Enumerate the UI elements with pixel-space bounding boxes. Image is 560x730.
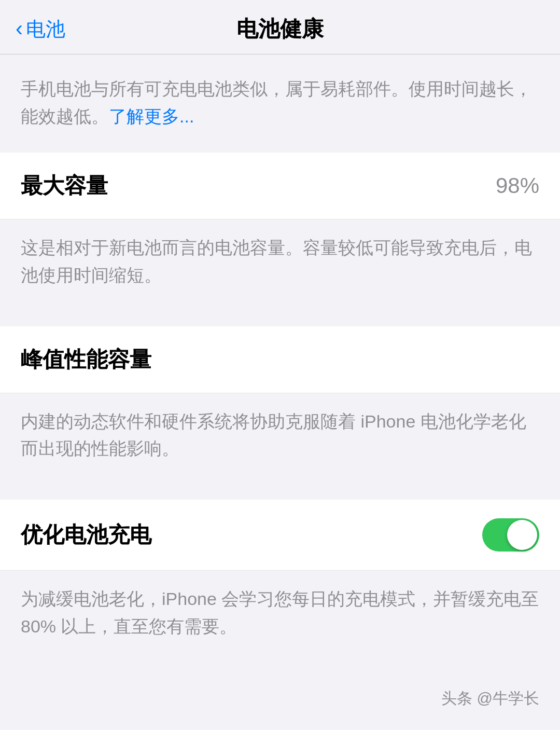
peak-performance-label: 峰值性能容量 bbox=[21, 347, 151, 371]
section-gap-3 bbox=[0, 659, 560, 678]
optimized-charging-description: 为减缓电池老化，iPhone 会学习您每日的充电模式，并暂缓充电至 80% 以上… bbox=[0, 571, 560, 658]
optimized-charging-label: 优化电池充电 bbox=[21, 520, 151, 549]
back-label: 电池 bbox=[26, 16, 65, 43]
optimized-charging-section: 优化电池充电 bbox=[0, 500, 560, 571]
section-gap-2 bbox=[0, 481, 560, 500]
page-title: 电池健康 bbox=[236, 15, 324, 44]
optimized-charging-row: 优化电池充电 bbox=[0, 500, 560, 571]
section-gap-1 bbox=[0, 308, 560, 326]
optimized-charging-desc-text: 为减缓电池老化，iPhone 会学习您每日的充电模式，并暂缓充电至 80% 以上… bbox=[21, 585, 539, 640]
peak-performance-row: 峰值性能容量 bbox=[0, 326, 560, 393]
max-capacity-label: 最大容量 bbox=[21, 171, 108, 200]
intro-text: 手机电池与所有可充电电池类似，属于易耗部件。使用时间越长，能效越低。了解更多..… bbox=[21, 75, 539, 130]
intro-section: 手机电池与所有可充电电池类似，属于易耗部件。使用时间越长，能效越低。了解更多..… bbox=[0, 54, 560, 153]
back-button[interactable]: ‹ 电池 bbox=[16, 16, 65, 43]
peak-performance-section: 峰值性能容量 bbox=[0, 326, 560, 393]
max-capacity-value: 98% bbox=[496, 173, 539, 198]
navigation-bar: ‹ 电池 电池健康 bbox=[0, 0, 560, 54]
learn-more-link[interactable]: 了解更多... bbox=[109, 106, 194, 126]
max-capacity-desc-text: 这是相对于新电池而言的电池容量。容量较低可能导致充电后，电池使用时间缩短。 bbox=[21, 234, 539, 288]
back-chevron-icon: ‹ bbox=[16, 18, 23, 39]
toggle-knob bbox=[507, 520, 537, 550]
max-capacity-description: 这是相对于新电池而言的电池容量。容量较低可能导致充电后，电池使用时间缩短。 bbox=[0, 219, 560, 307]
watermark: 头条 @牛学长 bbox=[441, 688, 539, 709]
peak-performance-description: 内建的动态软件和硬件系统将协助克服随着 iPhone 电池化学老化而出现的性能影… bbox=[0, 393, 560, 481]
max-capacity-row: 最大容量 98% bbox=[0, 153, 560, 219]
max-capacity-section: 最大容量 98% bbox=[0, 153, 560, 219]
peak-performance-desc-text: 内建的动态软件和硬件系统将协助克服随着 iPhone 电池化学老化而出现的性能影… bbox=[21, 408, 539, 462]
optimized-charging-toggle[interactable] bbox=[482, 518, 539, 552]
